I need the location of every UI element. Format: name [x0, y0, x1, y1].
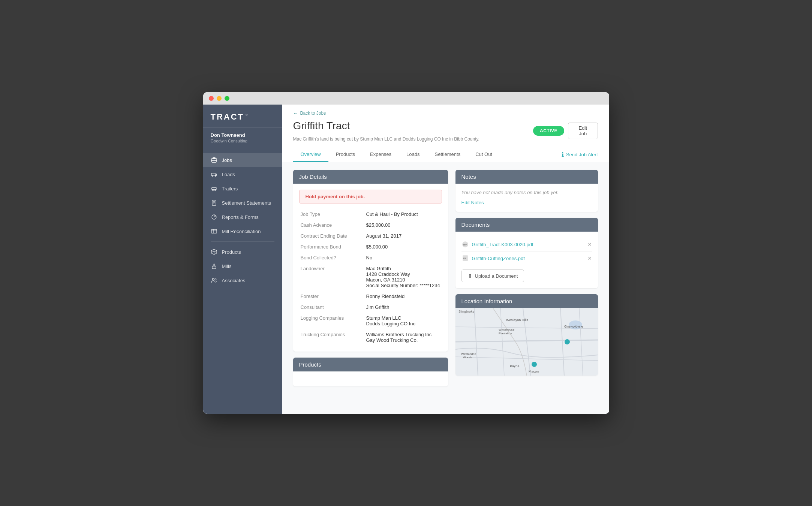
svg-point-49: [532, 362, 537, 367]
products-card-header: Products: [293, 358, 448, 371]
notes-card: Notes You have not made any notes on thi…: [455, 170, 598, 212]
table-row: Forester Ronny Riendsfeld: [299, 291, 442, 302]
field-value-bond-collected: No: [365, 252, 442, 263]
notes-card-header: Notes: [455, 170, 598, 184]
document-link-1[interactable]: Griffith-CuttingZones.pdf: [472, 256, 584, 261]
map-container[interactable]: Slingbroke Wesleyan Hills Whitehouse Pla…: [455, 308, 598, 376]
tab-cut-out[interactable]: Cut Out: [468, 148, 500, 162]
sidebar-item-mills[interactable]: Mills: [203, 259, 282, 273]
tab-settlements[interactable]: Settlements: [427, 148, 468, 162]
svg-point-4: [212, 176, 213, 177]
field-label-job-type: Job Type: [299, 209, 365, 220]
products-card: Products: [293, 358, 448, 386]
sidebar-label-associates: Associates: [222, 278, 246, 283]
document-remove-0[interactable]: ✕: [587, 241, 592, 247]
svg-text:Whitehouse: Whitehouse: [499, 328, 515, 331]
sidebar-item-trailers[interactable]: Trailers: [203, 181, 282, 196]
tab-products[interactable]: Products: [328, 148, 363, 162]
content-area: Job Details Hold payment on this job. Jo…: [282, 162, 609, 400]
svg-text:Payne: Payne: [510, 364, 520, 368]
svg-text:Macon: Macon: [529, 370, 539, 373]
svg-text:Slingbroke: Slingbroke: [458, 310, 475, 313]
truck-icon: [211, 171, 217, 178]
document-remove-1[interactable]: ✕: [587, 255, 592, 261]
svg-text:Wimbledon: Wimbledon: [461, 352, 476, 356]
sidebar-label-settlement: Settlement Statements: [222, 200, 271, 206]
field-value-cash-advance: $25,000.00: [365, 220, 442, 231]
table-row: Trucking Companies Williams Brothers Tru…: [299, 329, 442, 346]
table-row: Landowner Mac Griffith 1428 Craddock Way…: [299, 263, 442, 291]
tabs-bar: Overview Products Expenses Loads Settlem…: [293, 147, 598, 162]
svg-line-19: [214, 251, 217, 252]
sidebar-label-products: Products: [222, 249, 241, 255]
table-row: Cash Advance $25,000.00: [299, 220, 442, 231]
send-job-alert-button[interactable]: ℹ Send Job Alert: [562, 147, 598, 162]
table-row: Performance Bond $5,000.00: [299, 241, 442, 252]
document-item-0: PDF Griffith_Tract-K003-0020.pdf ✕: [461, 238, 592, 252]
upload-document-button[interactable]: ⬆ Upload a Document: [461, 269, 524, 282]
sidebar-nav: Jobs Loads: [203, 149, 282, 414]
upload-icon: ⬆: [468, 273, 472, 279]
status-badge: ACTIVE: [533, 126, 564, 136]
tab-overview[interactable]: Overview: [293, 148, 328, 162]
svg-point-8: [214, 190, 216, 191]
svg-text:PDF: PDF: [463, 257, 466, 259]
mill-icon: [211, 263, 217, 269]
user-name: Don Townsend: [211, 132, 274, 138]
sidebar-item-mill-reconciliation[interactable]: Mill Reconciliation: [203, 224, 282, 238]
sidebar-item-associates[interactable]: Associates: [203, 273, 282, 287]
edit-job-button[interactable]: Edit Job: [568, 123, 598, 139]
field-label-trucking-companies: Trucking Companies: [299, 329, 365, 346]
field-label-logging-companies: Logging Companies: [299, 313, 365, 329]
svg-point-24: [215, 278, 216, 280]
svg-text:PDF: PDF: [463, 244, 467, 246]
job-title-actions: ACTIVE Edit Job: [533, 123, 598, 139]
close-dot[interactable]: [209, 96, 214, 101]
main-content: ← Back to Jobs Griffith Tract Mac Griffi…: [282, 105, 609, 414]
pdf-icon-0: PDF: [461, 241, 469, 248]
field-value-consultant: Jim Griffith: [365, 302, 442, 313]
edit-notes-link[interactable]: Edit Notes: [461, 200, 484, 205]
briefcase-icon: [211, 157, 217, 163]
tab-expenses[interactable]: Expenses: [363, 148, 399, 162]
sidebar-item-jobs[interactable]: Jobs: [203, 153, 282, 167]
svg-text:Griswoldville: Griswoldville: [564, 325, 583, 328]
box-icon: [211, 249, 217, 255]
job-details-card: Job Details Hold payment on this job. Jo…: [293, 170, 448, 352]
table-row: Bond Collected? No: [299, 252, 442, 263]
sidebar-item-products[interactable]: Products: [203, 245, 282, 259]
document-link-0[interactable]: Griffith_Tract-K003-0020.pdf: [472, 242, 584, 247]
reconcile-icon: [211, 228, 217, 235]
minimize-dot[interactable]: [217, 96, 222, 101]
svg-text:Woods: Woods: [463, 356, 472, 359]
maximize-dot[interactable]: [225, 96, 229, 101]
svg-rect-3: [211, 173, 215, 176]
pdf-icon-1: PDF: [461, 254, 469, 262]
back-label: Back to Jobs: [300, 111, 326, 116]
sidebar-item-loads[interactable]: Loads: [203, 167, 282, 181]
svg-point-23: [212, 278, 214, 280]
back-to-jobs-link[interactable]: ← Back to Jobs: [293, 110, 598, 116]
field-value-trucking-companies: Williams Brothers Trucking Inc Gay Wood …: [365, 329, 442, 346]
table-row: Consultant Jim Griffith: [299, 302, 442, 313]
user-org: Goodwin Consulting: [211, 139, 274, 143]
field-value-landowner: Mac Griffith 1428 Craddock Way Macon, GA…: [365, 263, 442, 291]
sidebar-label-trailers: Trailers: [222, 186, 238, 192]
sidebar-label-loads: Loads: [222, 172, 235, 177]
sidebar-label-reports: Reports & Forms: [222, 214, 259, 220]
job-details-table: Job Type Cut & Haul - By Product Cash Ad…: [299, 209, 442, 346]
sidebar-item-settlement-statements[interactable]: Settlement Statements: [203, 196, 282, 210]
sidebar-user: Don Townsend Goodwin Consulting: [203, 128, 282, 149]
sidebar-label-mill-reconciliation: Mill Reconciliation: [222, 229, 261, 234]
sidebar-divider: [211, 241, 274, 242]
svg-text:Wesleyan Hills: Wesleyan Hills: [506, 318, 528, 322]
table-row: Contract Ending Date August 31, 2017: [299, 231, 442, 241]
document-icon: [211, 199, 217, 206]
sidebar-label-jobs: Jobs: [222, 157, 232, 163]
job-details-body: Hold payment on this job. Job Type Cut &…: [293, 184, 448, 352]
sidebar-item-reports-forms[interactable]: Reports & Forms: [203, 210, 282, 224]
tab-loads[interactable]: Loads: [399, 148, 427, 162]
job-details-header: Job Details: [293, 170, 448, 184]
svg-rect-15: [211, 229, 217, 233]
chart-icon: [211, 214, 217, 220]
